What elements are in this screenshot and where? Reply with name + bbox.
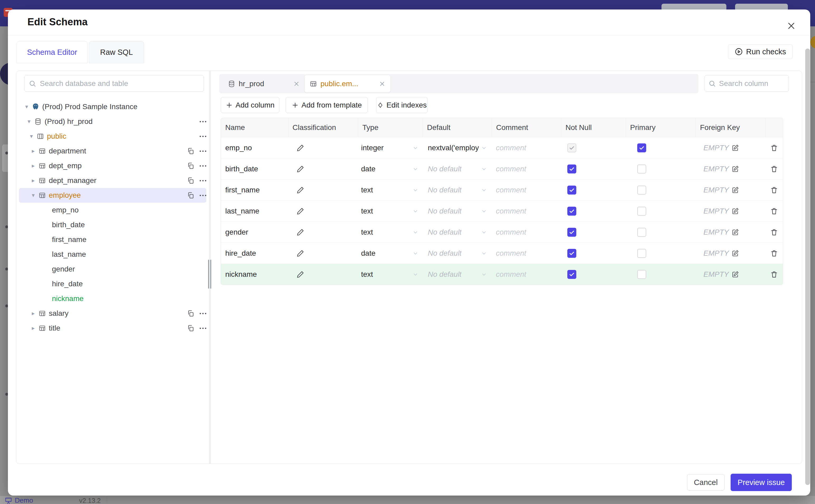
tree-item[interactable]: ▸ salary — [19, 306, 206, 321]
tree-item[interactable]: ▾ employee — [19, 188, 206, 203]
caret-icon[interactable]: ▾ — [30, 192, 37, 199]
classification-cell[interactable] — [288, 158, 358, 179]
not-null-checkbox[interactable] — [567, 164, 576, 173]
cancel-button[interactable]: Cancel — [687, 474, 725, 491]
edit-foreign-key-icon[interactable] — [731, 228, 739, 236]
tree-item[interactable]: last_name — [19, 247, 206, 262]
column-type-select[interactable]: integer — [358, 137, 423, 158]
edit-classification-icon[interactable] — [296, 249, 304, 257]
caret-icon[interactable]: ▸ — [30, 148, 37, 154]
tree-item[interactable]: ▾ (Prod) Prod Sample Instance — [19, 99, 206, 114]
caret-icon[interactable]: ▸ — [30, 325, 37, 332]
edit-foreign-key-icon[interactable] — [731, 144, 739, 152]
column-name-cell[interactable]: hire_date — [221, 243, 288, 264]
tree-item[interactable]: birth_date — [19, 217, 206, 232]
column-type-select[interactable]: text — [358, 180, 423, 200]
more-actions-icon[interactable] — [200, 121, 206, 122]
preview-issue-button[interactable]: Preview issue — [731, 474, 792, 491]
not-null-checkbox[interactable] — [567, 186, 576, 195]
close-chip-icon[interactable] — [379, 80, 385, 87]
delete-column-button[interactable] — [765, 222, 783, 243]
database-search-box[interactable] — [24, 75, 204, 92]
more-actions-icon[interactable] — [200, 165, 206, 167]
not-null-checkbox[interactable] — [567, 270, 576, 279]
column-name-cell[interactable]: birth_date — [221, 158, 288, 179]
edit-classification-icon[interactable] — [296, 207, 304, 215]
delete-column-button[interactable] — [765, 243, 783, 264]
copy-icon[interactable] — [187, 310, 194, 317]
primary-checkbox[interactable] — [637, 164, 646, 173]
more-actions-icon[interactable] — [200, 151, 206, 152]
primary-checkbox[interactable] — [637, 228, 646, 237]
more-actions-icon[interactable] — [200, 180, 206, 181]
edit-classification-icon[interactable] — [296, 186, 304, 194]
column-comment-input[interactable]: comment — [492, 137, 561, 158]
primary-checkbox[interactable] — [637, 186, 646, 195]
primary-checkbox[interactable] — [637, 249, 646, 258]
tree-item[interactable]: ▸ title — [19, 321, 206, 336]
column-default-select[interactable]: No default — [423, 243, 492, 264]
column-name-cell[interactable]: emp_no — [221, 137, 288, 158]
tree-item[interactable]: emp_no — [19, 203, 206, 217]
edit-foreign-key-icon[interactable] — [731, 165, 739, 173]
primary-checkbox[interactable] — [637, 270, 646, 279]
tree-item[interactable]: ▸ dept_emp — [19, 158, 206, 173]
not-null-checkbox[interactable] — [567, 143, 576, 152]
delete-column-button[interactable] — [765, 180, 783, 200]
edit-foreign-key-icon[interactable] — [731, 249, 739, 257]
tree-item[interactable]: hire_date — [19, 277, 206, 291]
column-search-input[interactable] — [719, 79, 785, 88]
column-type-select[interactable]: text — [358, 201, 423, 221]
caret-icon[interactable]: ▸ — [30, 162, 37, 169]
classification-cell[interactable] — [288, 222, 358, 243]
edit-indexes-button[interactable]: Edit indexes — [376, 97, 428, 113]
edit-foreign-key-icon[interactable] — [731, 207, 739, 215]
column-default-select[interactable]: No default — [423, 180, 492, 200]
column-type-select[interactable]: date — [358, 243, 423, 264]
edit-classification-icon[interactable] — [296, 270, 304, 278]
column-comment-input[interactable]: comment — [492, 180, 561, 200]
caret-icon[interactable]: ▾ — [28, 133, 35, 140]
column-name-cell[interactable]: last_name — [221, 201, 288, 221]
column-comment-input[interactable]: comment — [492, 158, 561, 179]
more-actions-icon[interactable] — [200, 328, 206, 329]
database-search-input[interactable] — [39, 79, 199, 88]
run-checks-button[interactable]: Run checks — [728, 44, 793, 59]
copy-icon[interactable] — [187, 192, 194, 199]
not-null-checkbox[interactable] — [567, 228, 576, 237]
close-chip-icon[interactable] — [293, 80, 300, 87]
column-default-select[interactable]: nextval('employ — [423, 137, 492, 158]
not-null-checkbox[interactable] — [567, 207, 576, 216]
tab-chip-database[interactable]: hr_prod — [223, 76, 305, 91]
edit-foreign-key-icon[interactable] — [731, 186, 739, 194]
caret-icon[interactable]: ▾ — [26, 118, 32, 125]
tab-schema-editor[interactable]: Schema Editor — [17, 41, 88, 63]
not-null-checkbox[interactable] — [567, 249, 576, 258]
tree-item[interactable]: gender — [19, 262, 206, 277]
caret-icon[interactable]: ▸ — [30, 177, 37, 184]
column-type-select[interactable]: date — [358, 158, 423, 179]
copy-icon[interactable] — [187, 177, 194, 184]
caret-icon[interactable]: ▾ — [23, 103, 30, 110]
primary-checkbox[interactable] — [637, 143, 646, 152]
column-comment-input[interactable]: comment — [492, 243, 561, 264]
column-name-cell[interactable]: first_name — [221, 180, 288, 200]
edit-classification-icon[interactable] — [296, 228, 304, 236]
edit-classification-icon[interactable] — [296, 165, 304, 173]
tree-item[interactable]: nickname — [19, 291, 206, 306]
delete-column-button[interactable] — [765, 137, 783, 158]
delete-column-button[interactable] — [765, 158, 783, 179]
modal-scrollbar[interactable] — [805, 49, 810, 485]
classification-cell[interactable] — [288, 137, 358, 158]
add-from-template-button[interactable]: Add from template — [286, 97, 368, 113]
tab-chip-table-active[interactable]: public.em... — [305, 75, 390, 93]
tree-item[interactable]: first_name — [19, 232, 206, 247]
column-name-cell[interactable]: gender — [221, 222, 288, 243]
classification-cell[interactable] — [288, 264, 358, 285]
column-comment-input[interactable]: comment — [492, 201, 561, 221]
add-column-button[interactable]: Add column — [221, 97, 279, 113]
tree-item[interactable]: ▸ department — [19, 144, 206, 158]
column-default-select[interactable]: No default — [423, 201, 492, 221]
edit-foreign-key-icon[interactable] — [731, 270, 739, 278]
column-name-cell[interactable]: nickname — [221, 264, 288, 285]
